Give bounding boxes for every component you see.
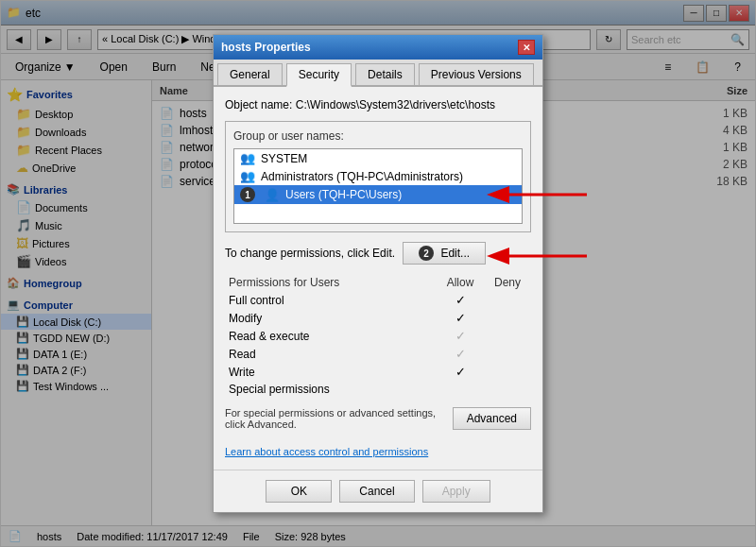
user-item-administrators[interactable]: 👥 Administrators (TQH-PC\Administrators) (234, 167, 522, 185)
user-item-users[interactable]: 1 👤 Users (TQH-PC\Users) (234, 185, 522, 204)
perm-label: Write (225, 363, 437, 381)
object-name-field: Object name: C:\Windows\System32\drivers… (225, 98, 531, 111)
object-name-label: Object name: (225, 98, 292, 111)
dialog-title-bar: hosts Properties ✕ (214, 35, 542, 60)
step1-badge: 1 (240, 187, 255, 202)
dialog-footer: OK Cancel Apply (214, 470, 542, 512)
user-name: Administrators (TQH-PC\Administrators) (261, 170, 463, 183)
perm-allow-check: ✓ (437, 345, 484, 363)
perm-row-modify: Modify ✓ (225, 309, 531, 327)
perm-deny-check (484, 291, 531, 309)
edit-button[interactable]: 2 Edit... (403, 242, 486, 265)
perm-allow-check: ✓ (437, 327, 484, 345)
change-permissions-row: To change permissions, click Edit. 2 Edi… (225, 242, 531, 265)
perm-allow-check (437, 381, 484, 398)
user-list[interactable]: 👥 SYSTEM 👥 Administrators (TQH-PC\Admini… (233, 148, 523, 224)
edit-btn-label: Edit... (440, 247, 470, 260)
perm-allow-check: ✓ (437, 291, 484, 309)
perm-label: Read & execute (225, 327, 437, 345)
allow-header: Allow (437, 274, 484, 291)
perm-deny-check (484, 327, 531, 345)
dialog-overlay: hosts Properties ✕ General Security Deta… (1, 1, 755, 546)
dialog-title: hosts Properties (221, 41, 518, 54)
change-perm-text: To change permissions, click Edit. (225, 247, 395, 260)
cancel-button[interactable]: Cancel (339, 480, 414, 503)
permissions-section: Permissions for Users Allow Deny Full co… (225, 274, 531, 398)
user-name: SYSTEM (261, 152, 307, 165)
perm-label: Full control (225, 291, 437, 309)
perm-deny-check (484, 345, 531, 363)
user-icon: 👤 (265, 188, 280, 202)
advanced-button[interactable]: Advanced (453, 407, 531, 430)
advanced-row: Advanced For special permissions or adva… (225, 407, 531, 439)
perm-row-write: Write ✓ (225, 363, 531, 381)
deny-header: Deny (484, 274, 531, 291)
perm-label: Special permissions (225, 381, 437, 398)
user-icon: 👥 (240, 151, 255, 165)
perm-deny-check (484, 363, 531, 381)
permissions-table: Permissions for Users Allow Deny Full co… (225, 274, 531, 398)
tab-previous-versions[interactable]: Previous Versions (419, 63, 534, 85)
dialog-body: Object name: C:\Windows\System32\drivers… (214, 87, 542, 470)
dialog-close-button[interactable]: ✕ (518, 40, 535, 55)
tab-security[interactable]: Security (286, 63, 352, 87)
dialog-tabs: General Security Details Previous Versio… (214, 60, 542, 87)
perm-header: Permissions for Users (225, 274, 437, 291)
perm-label: Read (225, 345, 437, 363)
perm-label: Modify (225, 309, 437, 327)
tab-details[interactable]: Details (355, 63, 415, 85)
perm-allow-check: ✓ (437, 363, 484, 381)
perm-allow-check: ✓ (437, 309, 484, 327)
user-item-system[interactable]: 👥 SYSTEM (234, 149, 522, 167)
perm-deny-check (484, 309, 531, 327)
ok-button[interactable]: OK (266, 480, 332, 503)
group-user-names-box: Group or user names: 👥 SYSTEM 👥 Administ… (225, 121, 531, 232)
access-control-link-row: Learn about access control and permissio… (225, 445, 531, 458)
perm-row-special: Special permissions (225, 381, 531, 398)
user-name: Users (TQH-PC\Users) (285, 188, 402, 201)
object-name-value: C:\Windows\System32\drivers\etc\hosts (296, 98, 495, 111)
step2-badge: 2 (419, 246, 434, 261)
perm-row-read: Read ✓ (225, 345, 531, 363)
hosts-properties-dialog: hosts Properties ✕ General Security Deta… (213, 34, 543, 513)
user-icon: 👥 (240, 169, 255, 183)
perm-row-read-execute: Read & execute ✓ (225, 327, 531, 345)
tab-general[interactable]: General (217, 63, 283, 85)
perm-row-full-control: Full control ✓ (225, 291, 531, 309)
group-box-title: Group or user names: (233, 129, 523, 143)
apply-button[interactable]: Apply (422, 480, 490, 503)
explorer-window: 📁 etc ─ □ ✕ ◀ ▶ ↑ « Local Disk (C:) ▶ Wi… (0, 0, 756, 547)
perm-deny-check (484, 381, 531, 398)
access-control-link[interactable]: Learn about access control and permissio… (225, 446, 428, 457)
